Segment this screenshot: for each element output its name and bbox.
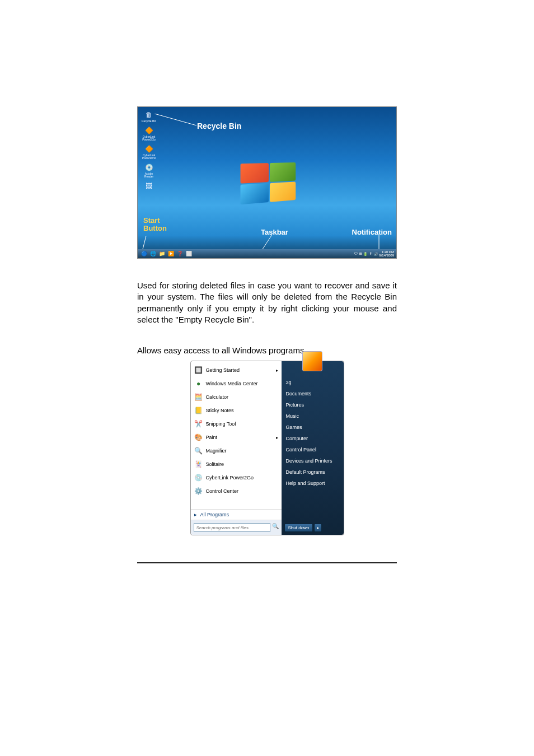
right-item-computer: Computer xyxy=(282,433,344,444)
power2go-icon: 💿 xyxy=(194,473,203,482)
tray-icon: 🖥 xyxy=(359,252,362,255)
all-programs-item: ▸All Programs xyxy=(191,509,282,520)
shutdown-button[interactable]: Shut down xyxy=(284,524,313,532)
menu-item-paint: 🎨Paint▸ xyxy=(191,431,282,444)
user-avatar xyxy=(302,351,322,371)
label: Solitaire xyxy=(206,461,224,467)
arrow-icon: ▸ xyxy=(194,512,197,517)
right-item-pictures: Pictures xyxy=(282,399,344,410)
callout-notification: Notification xyxy=(352,228,392,236)
magnifier-icon: 🔍 xyxy=(194,446,203,455)
desktop-screenshot: 🗑Recycle Bin 🔶CyberLink Power2Go 🔶CyberL… xyxy=(137,106,397,259)
right-item-devices: Devices and Printers xyxy=(282,455,344,466)
app-icon: 🖼 xyxy=(144,181,153,190)
label: Control Center xyxy=(206,488,239,494)
desktop-icon-app3: 💿Adobe Reader xyxy=(141,163,157,178)
right-item-default-programs: Default Programs xyxy=(282,466,344,478)
ie-icon: 🌐 xyxy=(149,250,157,257)
app-tb-icon: ⬜ xyxy=(185,250,193,257)
right-item-documents: Documents xyxy=(282,388,344,399)
tray-icon: 🛡 xyxy=(354,252,358,255)
svg-line-0 xyxy=(154,114,196,125)
windows-logo xyxy=(241,162,296,204)
icon-label: CyberLink Power2Go xyxy=(141,136,157,141)
menu-item-snipping-tool: ✂️Snipping Tool xyxy=(191,417,282,431)
start-menu-description: Allows easy access to all Windows progra… xyxy=(137,346,397,355)
start-menu-right-pane: 3g Documents Pictures Music Games Comput… xyxy=(282,361,344,535)
submenu-arrow-icon: ▸ xyxy=(276,435,278,440)
getting-started-icon: 🔲 xyxy=(194,366,203,375)
solitaire-icon: 🃏 xyxy=(194,460,203,469)
control-center-icon: ⚙️ xyxy=(194,487,203,496)
recycle-bin-description: Used for storing deleted files in case y… xyxy=(137,280,397,325)
desktop-icon-app4: 🖼 xyxy=(141,181,157,190)
callout-recycle-bin: Recycle Bin xyxy=(197,122,241,130)
menu-item-control-center: ⚙️Control Center xyxy=(191,484,282,498)
app-icon: 🔶 xyxy=(144,144,153,153)
menu-item-magnifier: 🔍Magnifier xyxy=(191,444,282,458)
start-menu-screenshot: 🔲Getting Started▸ ●Windows Media Center … xyxy=(190,361,344,535)
callout-line xyxy=(142,236,150,250)
label: Calculator xyxy=(206,394,229,400)
right-item-music: Music xyxy=(282,410,344,422)
right-item-user: 3g xyxy=(282,377,344,388)
callout-line2: Button xyxy=(143,224,167,232)
callout-line1: Start xyxy=(143,216,160,225)
shutdown-options-button[interactable]: ▸ xyxy=(314,524,322,532)
label: Getting Started xyxy=(206,367,240,373)
menu-item-solitaire: 🃏Solitaire xyxy=(191,458,282,471)
clock-date: 9/14/2009 xyxy=(379,254,394,257)
desktop-icon-app1: 🔶CyberLink Power2Go xyxy=(141,126,157,141)
label: Windows Media Center xyxy=(206,381,258,386)
callout-line xyxy=(262,235,277,250)
app-icon: 🔶 xyxy=(144,126,153,135)
menu-item-wmc: ●Windows Media Center xyxy=(191,377,282,390)
tray-icon: 🔋 xyxy=(363,252,367,256)
tray-icon: 🔊 xyxy=(374,252,378,256)
calculator-icon: 🧮 xyxy=(194,393,203,402)
submenu-arrow-icon: ▸ xyxy=(276,368,278,373)
start-button-icon: 🔵 xyxy=(140,250,148,257)
explorer-icon: 📁 xyxy=(158,250,166,257)
app-icon: 💿 xyxy=(144,163,153,172)
shutdown-row: Shut down ▸ xyxy=(282,521,344,535)
label: Magnifier xyxy=(206,448,227,454)
callout-start-button: Start Button xyxy=(143,217,167,233)
menu-item-calculator: 🧮Calculator xyxy=(191,390,282,404)
footer-rule xyxy=(137,562,397,563)
svg-line-1 xyxy=(143,236,146,249)
icon-label: CyberLink PowerDVD xyxy=(141,154,157,160)
svg-line-2 xyxy=(263,235,272,249)
wmp-icon: ▶️ xyxy=(167,250,175,257)
menu-item-power2go: 💿CyberLink Power2Go xyxy=(191,471,282,484)
icon-label: Adobe Reader xyxy=(141,172,157,178)
taskbar: 🔵 🌐 📁 ▶️ ❓ ⬜ 🛡 🖥 🔋 🏳 🔊 1:20 PM 9/14/2009 xyxy=(138,249,396,258)
search-input[interactable] xyxy=(194,523,270,532)
start-menu-left-pane: 🔲Getting Started▸ ●Windows Media Center … xyxy=(191,361,282,535)
recycle-bin-icon: 🗑 xyxy=(144,110,153,119)
menu-item-sticky-notes: 📒Sticky Notes xyxy=(191,404,282,417)
callout-line xyxy=(154,114,198,127)
help-icon: ❓ xyxy=(176,250,184,257)
label: Snipping Tool xyxy=(206,421,236,427)
right-item-control-panel: Control Panel xyxy=(282,444,344,455)
tray-icon: 🏳 xyxy=(369,252,373,255)
notification-area: 🛡 🖥 🔋 🏳 🔊 1:20 PM 9/14/2009 xyxy=(354,250,394,257)
label: All Programs xyxy=(200,512,229,517)
paint-icon: 🎨 xyxy=(194,433,203,442)
search-icon: 🔍 xyxy=(272,523,279,532)
right-item-games: Games xyxy=(282,422,344,433)
sticky-notes-icon: 📒 xyxy=(194,406,203,415)
label: Sticky Notes xyxy=(206,408,234,413)
desktop-icon-app2: 🔶CyberLink PowerDVD xyxy=(141,144,157,160)
wmc-icon: ● xyxy=(194,379,203,388)
label: Paint xyxy=(206,435,218,440)
snipping-tool-icon: ✂️ xyxy=(194,419,203,428)
search-bar: 🔍 xyxy=(191,520,282,535)
label: CyberLink Power2Go xyxy=(206,475,254,480)
right-item-help: Help and Support xyxy=(282,478,344,489)
menu-item-getting-started: 🔲Getting Started▸ xyxy=(191,363,282,377)
callout-line xyxy=(375,235,383,250)
